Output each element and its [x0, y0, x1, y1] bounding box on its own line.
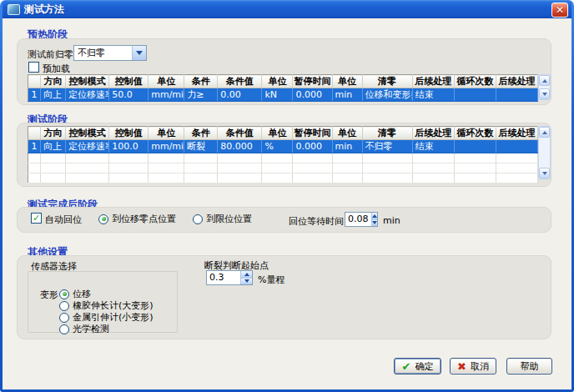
radio-icon [59, 313, 69, 323]
test-empty-row[interactable] [28, 153, 538, 163]
return-wait-time-unit: min [383, 215, 400, 226]
scroll-down-button[interactable] [539, 168, 550, 178]
app-icon [8, 4, 20, 15]
arrow-up-icon [542, 131, 547, 134]
spin-up-button[interactable] [241, 271, 252, 279]
radio-metal-extensometer-label: 金属引伸计(小变形) [73, 311, 154, 324]
scroll-down-button[interactable] [539, 88, 550, 99]
preload-checkbox[interactable] [28, 62, 39, 73]
scroll-up-button[interactable] [539, 75, 550, 86]
radio-icon [193, 214, 203, 224]
scroll-up-button[interactable] [539, 127, 550, 138]
test-table-scrollbar[interactable] [538, 126, 551, 179]
return-wait-time-value: 0.08 [345, 213, 371, 226]
help-button-label: 帮助 [521, 360, 539, 373]
panel-after [17, 207, 551, 233]
radio-displacement-label: 位移 [73, 288, 91, 300]
zero-before-test-value: 不归零 [74, 47, 132, 59]
return-wait-time-label: 回位等待时间 [289, 215, 344, 228]
preload-label: 预加载 [43, 63, 70, 75]
spin-up-button[interactable] [372, 213, 378, 220]
cancel-button-label: 取消 [471, 360, 489, 373]
test-empty-row[interactable] [28, 173, 538, 183]
check-icon: ✓ [33, 214, 40, 223]
test-header-row: 方向控制模式控制值单位条件条件值单位暂停时间单位清零后续处理循环次数后续处理 [28, 127, 538, 140]
help-button[interactable]: 帮助 [506, 358, 552, 374]
auto-return-checkbox[interactable]: ✓ [31, 213, 42, 224]
break-judge-start-unit: %量程 [258, 274, 284, 286]
radio-metal-extensometer[interactable]: 金属引伸计(小变形) [59, 311, 154, 324]
spinner-buttons[interactable] [371, 213, 378, 226]
arrow-down-icon [542, 172, 547, 175]
zero-before-test-select[interactable]: 不归零 [73, 45, 147, 61]
ok-button-label: 确定 [415, 360, 433, 373]
radio-icon [59, 324, 69, 334]
cancel-x-icon: ✖ [457, 361, 466, 372]
radio-optical-detection[interactable]: 光学检测 [59, 323, 109, 335]
arrow-up-icon [372, 214, 377, 218]
preheat-row-1[interactable]: 1向上定位移速率50.0mm/min力≥0.00kN0.000min位移和变形归… [28, 88, 538, 102]
radio-icon [98, 214, 108, 224]
auto-return-label: 自动回位 [45, 214, 82, 226]
dialog-body: 预热阶段 测试前归零 不归零 预加载 方向控制模式控制值单位条件条件值单位暂停时… [3, 18, 571, 389]
chevron-down-icon [136, 51, 143, 55]
return-wait-time-spinner[interactable]: 0.08 [345, 212, 378, 227]
arrow-down-icon [372, 221, 377, 224]
arrow-down-icon [542, 93, 547, 96]
window-title: 测试方法 [24, 3, 64, 17]
radio-rubber-extensometer-label: 橡胶伸长计(大变形) [73, 299, 154, 312]
spin-down-button[interactable] [372, 220, 378, 227]
close-icon: ✕ [556, 4, 564, 16]
radio-displacement[interactable]: 位移 [59, 288, 91, 300]
test-table: 方向控制模式控制值单位条件条件值单位暂停时间单位清零后续处理循环次数后续处理 1… [28, 126, 538, 183]
preheat-header-row: 方向控制模式控制值单位条件条件值单位暂停时间单位清零后续处理循环次数后续处理 [28, 75, 538, 88]
cancel-button[interactable]: ✖ 取消 [450, 358, 496, 374]
zero-before-test-label: 测试前归零 [28, 48, 73, 61]
deform-label: 变形 [40, 289, 58, 301]
radio-icon [59, 289, 69, 299]
radio-to-zero-position[interactable]: 到位移零点位置 [98, 213, 176, 225]
close-button[interactable]: ✕ [551, 3, 568, 18]
break-judge-start-value: 0.3 [207, 271, 240, 284]
spinner-buttons[interactable] [240, 271, 252, 284]
dialog-window: 测试方法 ✕ 预热阶段 测试前归零 不归零 预加载 方向控制模式控制值单位条件条… [0, 0, 574, 392]
test-row-1[interactable]: 1向上定位移速率100.0mm/min断裂80.000%0.000min不归零结… [28, 140, 538, 153]
radio-to-limit-position[interactable]: 到限位位置 [193, 213, 252, 225]
radio-rubber-extensometer[interactable]: 橡胶伸长计(大变形) [59, 299, 154, 312]
ok-button[interactable]: ✔ 确定 [394, 358, 441, 374]
arrow-up-icon [244, 273, 249, 276]
title-bar: 测试方法 ✕ [3, 0, 571, 18]
ok-check-icon: ✔ [402, 361, 411, 372]
radio-to-zero-label: 到位移零点位置 [112, 213, 176, 225]
test-empty-row[interactable] [28, 163, 538, 173]
arrow-up-icon [542, 79, 547, 83]
combo-dropdown-button[interactable] [132, 46, 146, 60]
preheat-table-scrollbar[interactable] [538, 74, 551, 100]
spin-down-button[interactable] [241, 279, 252, 285]
radio-to-limit-label: 到限位位置 [206, 213, 252, 225]
arrow-down-icon [244, 279, 249, 283]
radio-icon [59, 301, 69, 311]
preheat-table: 方向控制模式控制值单位条件条件值单位暂停时间单位清零后续处理循环次数后续处理 1… [28, 74, 538, 102]
break-judge-start-spinner[interactable]: 0.3 [206, 270, 253, 285]
radio-optical-detection-label: 光学检测 [73, 323, 109, 335]
